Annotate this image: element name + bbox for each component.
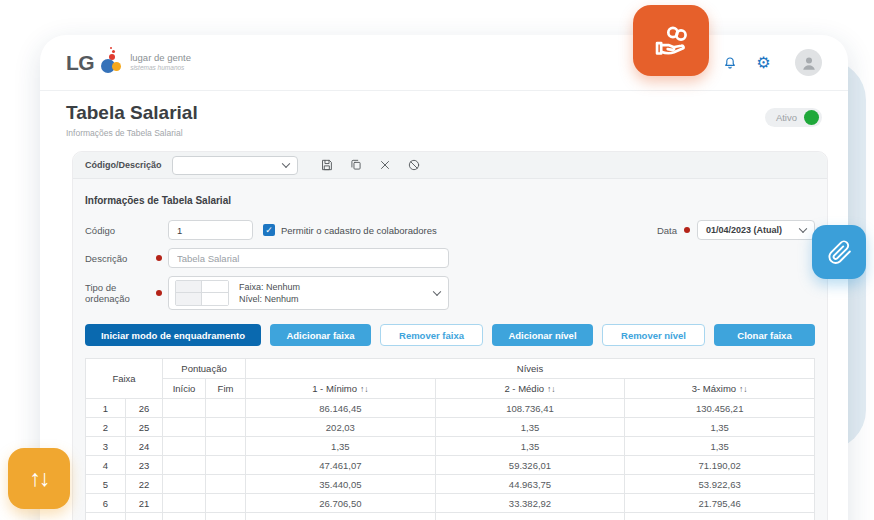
nivel-medio-cell[interactable]: 1,35 — [435, 418, 625, 437]
nivel-medio-cell[interactable]: 44.963,75 — [435, 475, 625, 494]
table-row[interactable]: 5 22 35.440,05 44.963,75 53.922,63 — [86, 475, 815, 494]
table-row[interactable]: 6 21 26.706,50 33.382,92 21.795,46 — [86, 494, 815, 513]
table-row[interactable]: 2 25 202,03 1,35 1,35 — [86, 418, 815, 437]
ordenacao-label: Tipo de ordenação — [85, 282, 156, 304]
iniciar-enquadramento-button[interactable]: Iniciar modo de enquadramento — [85, 324, 261, 346]
inicio-cell[interactable] — [163, 475, 206, 494]
codigo-label: Código — [85, 225, 156, 236]
inicio-cell[interactable] — [163, 456, 206, 475]
nivel-minimo-cell[interactable]: 26.706,50 — [246, 494, 436, 513]
nivel-maximo-cell[interactable]: 21.795,46 — [625, 494, 815, 513]
title-row: Tabela Salarial Informações de Tabela Sa… — [40, 91, 848, 151]
notifications-bell-icon[interactable] — [721, 54, 738, 71]
faixa-number-cell: 1 — [86, 399, 126, 418]
descricao-input[interactable] — [168, 248, 449, 268]
user-avatar[interactable] — [795, 49, 822, 76]
copy-icon[interactable] — [349, 158, 363, 172]
faixa-number-cell: 5 — [86, 475, 126, 494]
nivel-minimo-header[interactable]: 1 - Mínimo↑↓ — [246, 379, 436, 399]
settings-gear-icon[interactable]: ⚙ — [755, 54, 772, 71]
logo-lg-text: LG — [66, 51, 94, 75]
close-icon[interactable] — [378, 158, 392, 172]
lg-logo: LG lugar de gente sistemas humanos — [66, 49, 191, 77]
nivel-medio-header[interactable]: 2 - Médio↑↓ — [435, 379, 625, 399]
nivel-minimo-cell[interactable]: 35.440,05 — [246, 475, 436, 494]
nivel-maximo-cell[interactable]: 53.922,63 — [625, 475, 815, 494]
nivel-maximo-cell[interactable]: 71.190,02 — [625, 456, 815, 475]
form-row-ordenacao: Tipo de ordenação Faixa: Nenhum Nível: N… — [85, 276, 815, 310]
faixa-header: Faixa — [86, 359, 163, 399]
salary-table-header: Faixa Pontuação Níveis Início Fim 1 - Mí… — [86, 359, 815, 399]
faixa-number-cell: 4 — [86, 456, 126, 475]
record-search-select[interactable] — [172, 156, 298, 175]
inicio-cell[interactable] — [163, 399, 206, 418]
faixa-value-cell: 21 — [126, 494, 163, 513]
table-row[interactable]: 1 26 86.146,45 108.736,41 130.456,21 — [86, 399, 815, 418]
inicio-cell[interactable] — [163, 418, 206, 437]
data-select[interactable]: 01/04/2023 (Atual) — [697, 220, 815, 240]
codigo-input[interactable] — [168, 220, 253, 240]
descricao-label: Descrição — [85, 253, 156, 264]
nivel-maximo-cell[interactable]: 17.447,80 — [625, 513, 815, 520]
faixa-value-cell: 23 — [126, 456, 163, 475]
nivel-minimo-cell[interactable]: 47.461,07 — [246, 456, 436, 475]
nivel-maximo-cell[interactable]: 1,35 — [625, 437, 815, 456]
fim-cell[interactable] — [206, 437, 246, 456]
hand-coins-icon — [652, 22, 690, 60]
sort-icon: ↑↓ — [360, 384, 369, 394]
salary-table: Faixa Pontuação Níveis Início Fim 1 - Mí… — [85, 358, 815, 520]
nivel-medio-cell[interactable]: 18.763,06 — [435, 513, 625, 520]
data-label: Data — [657, 225, 677, 236]
inicio-cell[interactable] — [163, 494, 206, 513]
niveis-header: Níveis — [246, 359, 815, 379]
save-icon[interactable] — [320, 158, 334, 172]
fim-cell[interactable] — [206, 494, 246, 513]
ordenacao-select[interactable]: Faixa: Nenhum Nível: Nenhum — [168, 276, 449, 310]
table-row[interactable]: 4 23 47.461,07 59.326,01 71.190,02 — [86, 456, 815, 475]
inicio-cell[interactable] — [163, 513, 206, 520]
attachment-fab-button[interactable] — [812, 225, 866, 279]
nivel-minimo-cell[interactable]: 1,35 — [246, 437, 436, 456]
nivel-maximo-header[interactable]: 3- Máximo↑↓ — [625, 379, 815, 399]
form-row-codigo: Código ✓ Permitir o cadastro de colabora… — [85, 220, 815, 240]
adicionar-faixa-button[interactable]: Adicionar faixa — [270, 324, 371, 346]
adicionar-nivel-button[interactable]: Adicionar nível — [492, 324, 593, 346]
remover-nivel-button[interactable]: Remover nível — [602, 324, 705, 346]
fim-cell[interactable] — [206, 513, 246, 520]
logo-dots-icon — [100, 49, 124, 77]
nivel-medio-cell[interactable]: 33.382,92 — [435, 494, 625, 513]
hand-coins-fab-button[interactable] — [633, 5, 709, 76]
fim-cell[interactable] — [206, 475, 246, 494]
fim-header: Fim — [206, 379, 246, 399]
section-title: Informações de Tabela Salarial — [85, 195, 815, 206]
nivel-minimo-cell[interactable]: 14.530,75 — [246, 513, 436, 520]
inicio-cell[interactable] — [163, 437, 206, 456]
nivel-maximo-cell[interactable]: 130.456,21 — [625, 399, 815, 418]
nivel-maximo-cell[interactable]: 1,35 — [625, 418, 815, 437]
permitir-checkbox[interactable]: ✓ Permitir o cadastro de colaboradores — [263, 224, 437, 236]
action-buttons: Iniciar modo de enquadramento Adicionar … — [85, 324, 815, 346]
nivel-medio-cell[interactable]: 1,35 — [435, 437, 625, 456]
remover-faixa-button[interactable]: Remover faixa — [380, 324, 483, 346]
app-header: LG lugar de gente sistemas humanos ? ⚙ — [40, 35, 848, 91]
fim-cell[interactable] — [206, 418, 246, 437]
fim-cell[interactable] — [206, 399, 246, 418]
toolbar-icons — [320, 158, 421, 172]
fim-cell[interactable] — [206, 456, 246, 475]
nivel-medio-cell[interactable]: 59.326,01 — [435, 456, 625, 475]
faixa-value-cell: 26 — [126, 399, 163, 418]
nivel-minimo-cell[interactable]: 86.146,45 — [246, 399, 436, 418]
nivel-minimo-cell[interactable]: 202,03 — [246, 418, 436, 437]
title-block: Tabela Salarial Informações de Tabela Sa… — [66, 102, 198, 138]
sort-arrows-fab-button[interactable]: ↑↓ — [8, 448, 70, 509]
required-dot — [684, 227, 690, 233]
up-down-arrows-icon: ↑↓ — [30, 465, 49, 492]
table-row[interactable]: 7 20 14.530,75 18.763,06 17.447,80 — [86, 513, 815, 520]
block-icon[interactable] — [407, 158, 421, 172]
table-row[interactable]: 3 24 1,35 1,35 1,35 — [86, 437, 815, 456]
clonar-faixa-button[interactable]: Clonar faixa — [714, 324, 815, 346]
nivel-medio-cell[interactable]: 108.736,41 — [435, 399, 625, 418]
status-label: Ativo — [776, 112, 797, 123]
active-status-toggle[interactable]: Ativo — [765, 108, 822, 127]
chevron-down-icon — [433, 288, 441, 296]
